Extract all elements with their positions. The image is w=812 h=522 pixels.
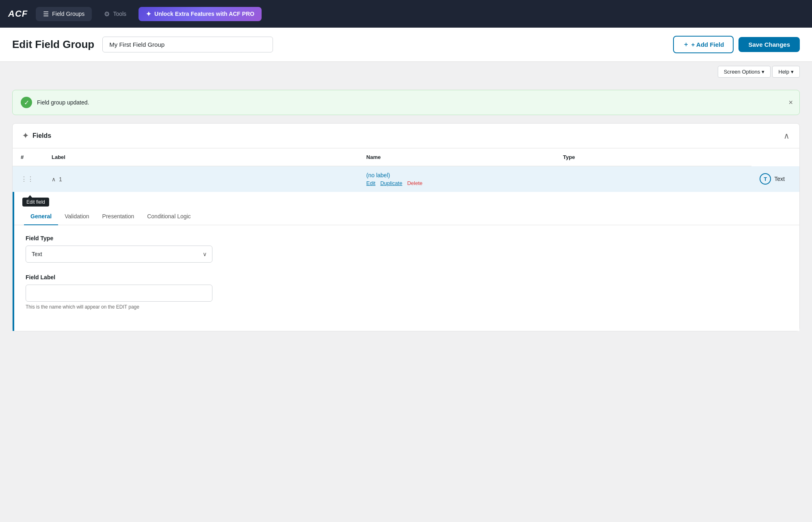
save-changes-button[interactable]: Save Changes (738, 37, 800, 52)
pro-upgrade-button[interactable]: ✦ Unlock Extra Features with ACF PRO (139, 7, 262, 21)
row-type-cell: T Text (751, 166, 799, 192)
field-duplicate-link[interactable]: Duplicate (380, 180, 402, 186)
add-field-button[interactable]: ＋ + Add Field (673, 36, 734, 53)
field-edit-area: Edit field General Validation Presentati… (13, 192, 799, 331)
field-groups-nav-button[interactable]: ☰ Field Groups (36, 7, 92, 21)
chevron-down-icon: ▾ (762, 69, 764, 75)
field-edit-tabs: General Validation Presentation Conditio… (14, 208, 799, 225)
star-icon: ✦ (146, 10, 151, 18)
field-actions: Edit Duplicate Delete (366, 180, 547, 186)
field-type-label: Field Type (26, 235, 788, 241)
fields-panel-title-text: Fields (32, 132, 51, 139)
field-type-group: Field Type Text ∨ (26, 235, 788, 263)
plus-icon: ＋ (683, 41, 689, 48)
notice-text: Field group updated. (37, 99, 89, 106)
main-content: ✓ Field group updated. × ✦ Fields ∧ # La… (0, 82, 812, 339)
notice-close-button[interactable]: × (788, 99, 793, 106)
row-number: 1 (59, 176, 62, 183)
save-changes-label: Save Changes (748, 41, 790, 48)
type-label: Text (774, 176, 785, 182)
page-header: Edit Field Group ＋ + Add Field Save Chan… (0, 28, 812, 62)
field-expand-button[interactable]: ∧ (52, 176, 56, 183)
type-badge: T Text (760, 173, 791, 185)
col-name-header: Name (358, 148, 555, 166)
collapse-button[interactable]: ∧ (784, 131, 790, 141)
field-delete-link[interactable]: Delete (407, 180, 422, 186)
col-hash-header: # (13, 148, 43, 166)
tab-conditional-logic[interactable]: Conditional Logic (141, 208, 197, 225)
col-label-header: Label (43, 148, 358, 166)
fields-panel: ✦ Fields ∧ # Label Name Type ⋮⋮ (12, 123, 800, 331)
edit-field-tooltip: Edit field (22, 198, 49, 207)
list-icon: ☰ (43, 10, 49, 18)
fields-table: # Label Name Type ⋮⋮ ∧ 1 (no label) (13, 148, 799, 192)
tab-validation[interactable]: Validation (58, 208, 95, 225)
header-actions: ＋ + Add Field Save Changes (673, 36, 800, 53)
field-label-hint: This is the name which will appear on th… (26, 304, 788, 310)
field-group-name-input[interactable] (102, 37, 273, 52)
field-label-label: Field Label (26, 274, 788, 281)
col-type-header: Type (555, 148, 751, 166)
field-label-group: Field Label This is the name which will … (26, 274, 788, 310)
tools-nav-button[interactable]: ⚙ Tools (97, 7, 134, 21)
screen-options-button[interactable]: Screen Options ▾ (718, 66, 771, 78)
success-notice: ✓ Field group updated. × (12, 90, 800, 115)
row-label-cell: (no label) Edit Duplicate Delete (358, 166, 555, 192)
screen-options-label: Screen Options (724, 69, 760, 75)
field-type-select[interactable]: Text (26, 246, 212, 263)
tools-icon: ⚙ (104, 10, 110, 18)
row-num-cell: ⋮⋮ (13, 166, 43, 192)
tools-nav-label: Tools (113, 11, 126, 17)
row-order-cell: ∧ 1 (43, 166, 358, 192)
chevron-down-icon-help: ▾ (791, 69, 794, 75)
fields-panel-header: ✦ Fields ∧ (13, 124, 799, 148)
field-edit-body: Field Type Text ∨ Field Label This is th… (14, 225, 799, 331)
fields-panel-icon: ✦ (22, 131, 28, 140)
field-edit-link[interactable]: Edit (366, 180, 375, 186)
success-icon: ✓ (21, 97, 32, 108)
sub-header: Screen Options ▾ Help ▾ (0, 62, 812, 82)
drag-handle-icon[interactable]: ⋮⋮ (21, 176, 34, 183)
help-label: Help (778, 69, 789, 75)
row-name-cell (555, 166, 751, 192)
page-title: Edit Field Group (12, 38, 94, 51)
table-row: ⋮⋮ ∧ 1 (no label) Edit Duplicate (13, 166, 799, 192)
fields-panel-title: ✦ Fields (22, 131, 51, 140)
field-groups-nav-label: Field Groups (52, 11, 84, 17)
help-button[interactable]: Help ▾ (772, 66, 800, 78)
tab-presentation[interactable]: Presentation (96, 208, 141, 225)
acf-logo: ACF (8, 9, 28, 19)
add-field-label: + Add Field (691, 41, 724, 48)
field-label-input[interactable] (26, 285, 212, 302)
type-icon: T (760, 173, 771, 185)
field-label-value: (no label) (366, 172, 547, 178)
pro-label: Unlock Extra Features with ACF PRO (154, 11, 254, 17)
field-type-select-wrapper: Text ∨ (26, 246, 212, 263)
tab-general[interactable]: General (24, 208, 58, 225)
top-nav: ACF ☰ Field Groups ⚙ Tools ✦ Unlock Extr… (0, 0, 812, 28)
